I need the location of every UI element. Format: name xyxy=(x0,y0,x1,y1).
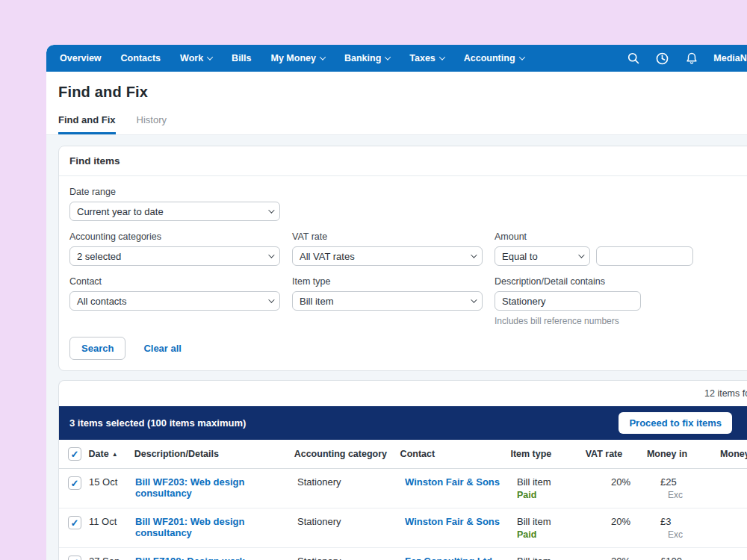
date-range-select[interactable]: Current year to date xyxy=(69,202,280,221)
chevron-down-icon xyxy=(207,54,213,60)
nav-item[interactable]: Taxes xyxy=(409,53,444,63)
column-header-contact[interactable]: Contact xyxy=(400,449,511,459)
table-row: ✓ 15 Oct Bill WF203: Web design consulta… xyxy=(59,469,747,508)
select-all-checkbox[interactable]: ✓ xyxy=(68,447,81,461)
column-header-description[interactable]: Description/Details xyxy=(134,449,294,459)
row-contact-link[interactable]: Fez Consulting Ltd xyxy=(405,556,492,560)
results-card: 12 items found 3 items selected (100 ite… xyxy=(58,380,747,560)
nav-item[interactable]: Contacts xyxy=(121,53,161,63)
chevron-down-icon xyxy=(268,252,274,258)
table-row: ✓ 11 Oct Bill WF201: Web design consulta… xyxy=(59,508,747,548)
chevron-down-icon xyxy=(268,296,274,302)
item-type-value: Bill item xyxy=(300,296,334,307)
column-header-date[interactable]: Date▲ xyxy=(89,449,134,459)
nav-item[interactable]: Bills xyxy=(232,53,251,63)
page-header: Find and Fix xyxy=(46,72,747,101)
item-type-select[interactable]: Bill item xyxy=(292,291,483,311)
tab-find-and-fix[interactable]: Find and Fix xyxy=(58,114,116,134)
item-type-label: Item type xyxy=(292,276,483,287)
nav-right-group: MediaNode xyxy=(626,52,747,66)
clock-icon[interactable] xyxy=(655,52,669,66)
chevron-down-icon xyxy=(439,54,445,60)
row-item-type: Bill item xyxy=(517,516,592,527)
row-date: 27 Sep xyxy=(89,556,135,560)
description-contains-input[interactable] xyxy=(495,291,641,311)
vat-rate-select[interactable]: All VAT rates xyxy=(292,246,483,266)
nav-item[interactable]: Accounting xyxy=(464,53,524,63)
results-count: 12 items found xyxy=(59,381,747,406)
row-contact-link[interactable]: Winston Fair & Sons xyxy=(405,516,500,527)
row-vat-rate: 20% xyxy=(592,476,636,488)
search-icon[interactable] xyxy=(626,52,640,66)
row-description-link[interactable]: Bill WF203: Web design consultancy xyxy=(135,476,244,499)
accounting-categories-value: 2 selected xyxy=(77,251,121,262)
tab-history[interactable]: History xyxy=(137,114,167,134)
chevron-down-icon xyxy=(471,296,477,302)
chevron-down-icon xyxy=(320,54,326,60)
row-money-out: £100 xyxy=(660,556,726,560)
table-row: ✓ 27 Sep Bill FZ198: Design work Station… xyxy=(59,548,747,560)
column-header-vat-rate[interactable]: VAT rate xyxy=(584,449,628,459)
column-header-money-out[interactable]: Money out xyxy=(687,449,747,459)
nav-item[interactable]: My Money xyxy=(271,53,325,63)
date-range-value: Current year to date xyxy=(77,206,164,217)
nav-item[interactable]: Banking xyxy=(344,53,390,63)
find-items-card: Find items Date range Current year to da… xyxy=(58,146,747,371)
row-date: 15 Oct xyxy=(89,476,135,488)
accounting-categories-label: Accounting categories xyxy=(69,231,280,242)
row-category: Stationery xyxy=(297,476,405,488)
sort-ascending-icon: ▲ xyxy=(112,451,118,458)
row-description-link[interactable]: Bill FZ198: Design work xyxy=(135,556,245,560)
tab-bar: Find and Fix History xyxy=(46,114,747,134)
row-checkbox[interactable]: ✓ xyxy=(68,556,81,560)
search-button[interactable]: Search xyxy=(69,337,125,360)
accounting-categories-select[interactable]: 2 selected xyxy=(69,246,280,266)
table-header-row: ✓ Date▲ Description/Details Accounting c… xyxy=(59,440,747,469)
row-category: Stationery xyxy=(297,556,405,560)
page-content: Find items Date range Current year to da… xyxy=(46,134,747,560)
find-items-title: Find items xyxy=(59,146,747,176)
company-name[interactable]: MediaNode xyxy=(713,53,747,63)
table-body: ✓ 15 Oct Bill WF203: Web design consulta… xyxy=(59,469,747,560)
bell-icon[interactable] xyxy=(684,52,698,66)
row-item-type: Bill item xyxy=(517,476,592,488)
row-checkbox[interactable]: ✓ xyxy=(68,476,81,490)
chevron-down-icon xyxy=(578,252,584,258)
row-item-type: Bill item xyxy=(517,556,592,560)
row-status-badge: Paid xyxy=(517,490,592,500)
contact-select[interactable]: All contacts xyxy=(69,291,280,311)
chevron-down-icon xyxy=(471,252,477,258)
amount-input[interactable] xyxy=(596,246,693,266)
row-checkbox[interactable]: ✓ xyxy=(68,516,81,529)
proceed-to-fix-button[interactable]: Proceed to fix items xyxy=(619,412,732,434)
nav-item[interactable]: Work xyxy=(180,53,212,63)
row-money-out-note: Exc xyxy=(660,529,726,540)
selection-text: 3 items selected (100 items maximum) xyxy=(69,417,246,429)
amount-operator-value: Equal to xyxy=(502,251,538,262)
contact-value: All contacts xyxy=(77,296,126,307)
chevron-down-icon xyxy=(268,207,274,213)
row-category: Stationery xyxy=(297,516,405,527)
column-header-money-in[interactable]: Money in xyxy=(628,449,687,459)
row-money-out-note: Exc xyxy=(660,490,726,500)
chevron-down-icon xyxy=(385,54,391,60)
amount-label: Amount xyxy=(495,231,693,242)
top-navbar: Overview Contacts Work Bills My Money Ba… xyxy=(46,45,747,72)
description-hint: Includes bill reference numbers xyxy=(495,316,641,326)
row-vat-rate: 20% xyxy=(592,556,636,560)
row-status-badge: Paid xyxy=(517,529,592,540)
row-money-out: £3 xyxy=(660,516,726,527)
clear-all-link[interactable]: Clear all xyxy=(143,343,182,354)
column-header-category[interactable]: Accounting category xyxy=(294,449,400,459)
row-money-out: £25 xyxy=(660,476,726,488)
page-title: Find and Fix xyxy=(58,84,747,101)
nav-item[interactable]: Overview xyxy=(60,53,102,63)
row-contact-link[interactable]: Winston Fair & Sons xyxy=(405,476,500,488)
column-header-item-type[interactable]: Item type xyxy=(510,449,584,459)
vat-rate-label: VAT rate xyxy=(292,231,483,242)
row-description-link[interactable]: Bill WF201: Web design consultancy xyxy=(135,516,244,538)
nav-items: Overview Contacts Work Bills My Money Ba… xyxy=(60,53,524,63)
app-window: Overview Contacts Work Bills My Money Ba… xyxy=(46,45,747,560)
amount-operator-select[interactable]: Equal to xyxy=(495,246,590,266)
description-contains-label: Description/Detail contains xyxy=(495,276,641,287)
